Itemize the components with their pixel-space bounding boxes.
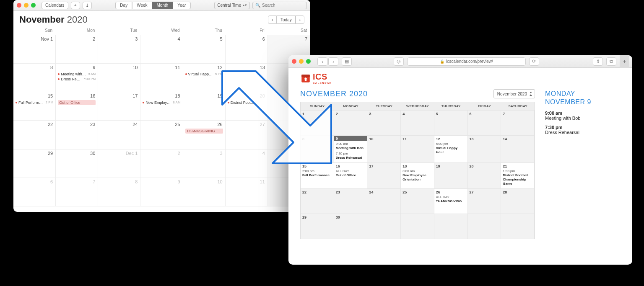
search-field[interactable]: 🔍 (252, 2, 307, 9)
ics-day-cell[interactable]: 8 (301, 135, 334, 162)
ics-event[interactable]: 5:00 pmVirtual Happy Hour (436, 142, 466, 155)
ics-day-cell[interactable]: 125:00 pmVirtual Happy Hour (434, 135, 468, 162)
next-month-button[interactable]: › (296, 15, 304, 24)
ics-day-cell[interactable]: 26ALL DAYTHANKSGIVING (434, 188, 468, 214)
maximize-icon[interactable] (306, 59, 311, 64)
day-cell[interactable]: 15Fall Performance2 PM (13, 92, 56, 121)
ics-event[interactable]: 8:00 amNew Employee Orientation (402, 169, 432, 182)
day-cell[interactable]: 30 (56, 149, 98, 178)
back-button[interactable]: ‹ (317, 57, 327, 66)
ics-day-cell[interactable]: 211:00 pmDistrict Football Championship … (501, 162, 535, 188)
day-cell[interactable]: 5 (183, 35, 226, 64)
day-cell[interactable]: 4 (140, 35, 183, 64)
address-bar[interactable]: 🔒 icscalendar.com/preview/ (407, 57, 526, 66)
event[interactable]: District Foot… (228, 100, 265, 105)
calendars-button[interactable]: Calendars (42, 2, 68, 9)
day-cell[interactable]: 6 (226, 35, 268, 64)
month-select[interactable]: November 2020 (493, 89, 535, 98)
day-cell[interactable]: 6 (13, 178, 56, 206)
ics-day-cell[interactable]: 27 (468, 188, 501, 214)
ics-day-cell[interactable]: 4 (401, 110, 434, 135)
share-button[interactable]: ⤓ (83, 2, 92, 9)
side-event[interactable]: 9:00 amMeeting with Bob (545, 111, 621, 121)
day-cell[interactable]: 4 (226, 149, 268, 178)
ics-day-cell[interactable]: 14 (501, 135, 535, 162)
view-week[interactable]: Week (132, 2, 152, 9)
day-cell[interactable]: 22 (13, 121, 56, 149)
day-cell[interactable]: 11 (140, 64, 183, 92)
ics-day-cell[interactable]: 17 (367, 162, 401, 188)
day-cell[interactable]: 9 (140, 178, 183, 206)
search-input[interactable] (262, 3, 304, 8)
event[interactable]: Fall Performance2 PM (16, 100, 53, 105)
today-button[interactable]: Today (277, 15, 296, 24)
day-cell[interactable]: 3 (183, 149, 226, 178)
day-cell[interactable]: 8 (98, 178, 140, 206)
day-cell[interactable]: 19 (183, 92, 226, 121)
ics-event[interactable]: 7:30 pmDress Rehearsal (336, 152, 366, 160)
ics-day-cell[interactable]: 13 (468, 135, 501, 162)
day-cell[interactable]: 13 (226, 64, 268, 92)
ics-day-cell[interactable]: 28 (501, 188, 535, 214)
view-month[interactable]: Month (152, 2, 173, 9)
reload-button[interactable]: ⟳ (529, 57, 539, 66)
day-cell[interactable]: Dec 1 (98, 149, 140, 178)
close-icon[interactable] (17, 3, 21, 8)
minimize-icon[interactable] (24, 3, 29, 8)
ics-day-cell[interactable]: 25 (401, 188, 434, 214)
ics-event[interactable]: ALL DAYTHANKSGIVING (436, 195, 466, 204)
ics-day-cell[interactable]: 7 (501, 110, 535, 135)
prev-month-button[interactable]: ‹ (268, 15, 277, 24)
ics-day-cell[interactable]: 5 (434, 110, 468, 135)
maximize-icon[interactable] (31, 3, 36, 8)
day-cell[interactable]: 11 (226, 178, 268, 206)
day-cell[interactable]: 9Meeting with Bob9 AMDress Rehearsal7:30… (56, 64, 98, 92)
new-tab-button[interactable]: + (620, 55, 629, 68)
ics-day-cell[interactable]: 2 (334, 110, 368, 135)
day-cell[interactable]: 16Out of Office (56, 92, 98, 121)
day-cell[interactable]: 7 (56, 178, 98, 206)
day-cell[interactable]: 26THANKSGIVING (183, 121, 226, 149)
view-day[interactable]: Day (115, 2, 132, 9)
day-cell[interactable]: 12Virtual Happy Hour5 PM (183, 64, 226, 92)
ics-day-cell[interactable]: 22 (301, 188, 334, 214)
day-cell[interactable]: 29 (13, 149, 56, 178)
sidebar-button[interactable]: ▤ (342, 57, 352, 66)
allday-event[interactable]: THANKSGIVING (185, 129, 223, 134)
timezone-select[interactable]: Central Time ▴▾ (214, 2, 250, 9)
ics-event[interactable]: ALL DAYOut of Office (336, 169, 366, 178)
side-event[interactable]: 7:30 pmDress Rehearsal (545, 125, 621, 135)
ics-day-cell[interactable]: 29 (301, 214, 334, 239)
day-cell[interactable]: 27 (226, 121, 268, 149)
ics-day-cell[interactable]: 188:00 amNew Employee Orientation (401, 162, 434, 188)
tabs-button[interactable]: ⧉ (606, 57, 616, 66)
event[interactable]: Virtual Happy Hour5 PM (185, 72, 223, 77)
ics-day-cell[interactable]: 6 (468, 110, 501, 135)
add-button[interactable]: + (71, 2, 80, 9)
day-cell[interactable]: 23 (56, 121, 98, 149)
ics-event[interactable]: 2:00 pmFall Performance (302, 169, 332, 178)
day-cell[interactable]: 20District Foot… (226, 92, 268, 121)
event[interactable]: New Employee Ori…8 AM (143, 100, 180, 105)
shield-icon[interactable]: ◎ (394, 57, 404, 66)
event[interactable]: Dress Rehearsal7:30 PM (58, 77, 96, 82)
day-cell[interactable]: 17 (98, 92, 140, 121)
event[interactable]: Meeting with Bob9 AM (58, 72, 96, 77)
ics-day-cell[interactable]: 11 (401, 135, 434, 162)
ics-day-cell[interactable]: 10 (367, 135, 401, 162)
ics-day-cell[interactable]: 99:00 amMeeting with Bob7:30 pmDress Reh… (334, 135, 368, 162)
ics-day-cell[interactable]: 152:00 pmFall Performance (301, 162, 334, 188)
minimize-icon[interactable] (299, 59, 304, 64)
ics-day-cell[interactable]: 3 (367, 110, 401, 135)
view-year[interactable]: Year (173, 2, 190, 9)
day-cell[interactable]: 24 (98, 121, 140, 149)
allday-event[interactable]: Out of Office (58, 100, 96, 105)
day-cell[interactable]: Nov 1 (13, 35, 56, 64)
ics-day-cell[interactable]: 1 (301, 110, 334, 135)
day-cell[interactable]: 25 (140, 121, 183, 149)
forward-button[interactable]: › (328, 57, 338, 66)
ics-event[interactable]: 1:00 pmDistrict Football Championship Ga… (503, 169, 532, 186)
ics-day-cell[interactable]: 19 (434, 162, 468, 188)
day-cell[interactable]: 2 (140, 149, 183, 178)
share-button[interactable]: ⇪ (593, 57, 603, 66)
